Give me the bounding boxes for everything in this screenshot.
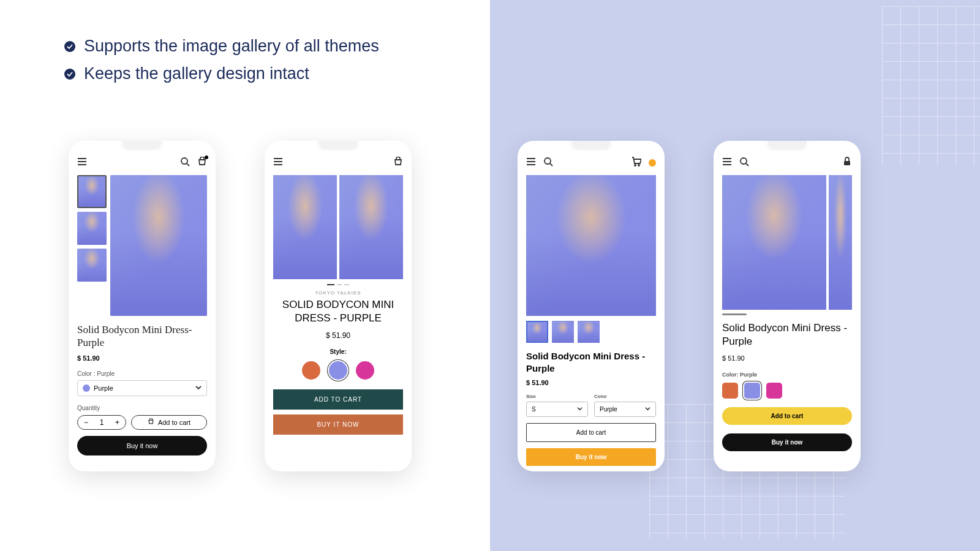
feature-list: Supports the image gallery of all themes… (0, 0, 490, 83)
image-gallery[interactable] (722, 175, 852, 310)
decorative-grid (882, 6, 980, 165)
size-select[interactable]: S (526, 402, 588, 417)
feature-text: Supports the image gallery of all themes (84, 37, 379, 56)
plus-icon[interactable]: + (115, 418, 119, 427)
product-price: $ 51.90 (273, 331, 403, 340)
phone-mockup-2: TOKYO TALKIES SOLID BODYCON MINI DRESS -… (265, 141, 412, 471)
color-label: Color: Purple (722, 372, 852, 378)
product-image[interactable] (829, 175, 852, 310)
svg-point-4 (741, 158, 747, 164)
color-select[interactable]: Purple (77, 380, 207, 396)
quantity-label: Quantity (77, 405, 207, 411)
phone-mockup-4: Solid Bodycon Mini Dress - Purple $ 51.9… (714, 141, 861, 471)
color-swatches (722, 383, 852, 399)
buy-now-button[interactable]: Buy it now (526, 448, 656, 466)
swatch-orange[interactable] (722, 383, 738, 399)
search-icon[interactable] (543, 157, 553, 169)
topbar (722, 157, 852, 169)
color-label: Color (594, 394, 656, 399)
swatch-pink[interactable] (356, 361, 374, 380)
swatch-purple[interactable] (329, 361, 347, 380)
product-image[interactable] (526, 175, 656, 316)
menu-icon[interactable] (273, 157, 283, 169)
product-title: Solid Bodycon Mini Dress- Purple (77, 323, 207, 350)
style-label: Style: (273, 348, 403, 355)
menu-icon[interactable] (722, 157, 732, 169)
lock-icon[interactable] (842, 157, 852, 169)
search-icon[interactable] (180, 157, 190, 169)
buy-now-button[interactable]: BUY IT NOW (273, 414, 403, 435)
product-image[interactable] (722, 175, 826, 310)
thumbnail[interactable] (552, 321, 574, 343)
menu-icon[interactable] (526, 157, 536, 169)
page-dot[interactable] (337, 284, 342, 285)
chevron-down-icon (577, 406, 582, 413)
page-dot[interactable] (327, 284, 334, 285)
feature-item: Supports the image gallery of all themes (64, 37, 490, 56)
thumbnail[interactable] (578, 321, 600, 343)
product-image[interactable] (110, 175, 207, 316)
phone-notch (120, 141, 164, 151)
svg-point-0 (181, 158, 187, 164)
product-image[interactable] (339, 175, 403, 279)
svg-point-2 (635, 165, 636, 166)
cart-icon[interactable] (631, 157, 641, 169)
swatch-orange[interactable] (302, 361, 320, 380)
product-price: $ 51.90 (526, 379, 656, 386)
thumbnail[interactable] (77, 249, 107, 282)
gallery-progress (722, 313, 747, 315)
phone-mockup-1: Solid Bodycon Mini Dress- Purple $ 51.90… (69, 141, 216, 471)
cart-icon[interactable] (197, 157, 207, 169)
color-swatches (273, 361, 403, 380)
product-title: Solid Bodycon Mini Dress - Purple (722, 321, 852, 348)
search-icon[interactable] (739, 157, 749, 169)
add-to-cart-button[interactable]: ADD TO CART (273, 389, 403, 410)
color-value: Purple (94, 384, 113, 392)
brand-name: TOKYO TALKIES (273, 290, 403, 296)
thumbnail[interactable] (526, 321, 548, 343)
color-label: Color : Purple (77, 370, 207, 377)
bag-icon[interactable] (393, 157, 403, 169)
swatch-pink[interactable] (766, 383, 782, 399)
left-panel: Supports the image gallery of all themes… (0, 0, 490, 551)
thumbnail[interactable] (77, 212, 107, 245)
add-to-cart-button[interactable]: Add to cart (722, 407, 852, 425)
product-title: Solid Bodycon Mini Dress - Purple (526, 350, 656, 374)
buy-now-button[interactable]: Buy it now (77, 436, 207, 455)
image-gallery[interactable] (273, 175, 403, 279)
add-to-cart-button[interactable]: Add to cart (526, 423, 656, 442)
svg-rect-5 (844, 161, 850, 165)
check-icon (64, 69, 75, 80)
thumbnail-list (77, 175, 107, 316)
menu-icon[interactable] (77, 157, 87, 169)
chevron-down-icon (645, 406, 650, 413)
topbar (273, 157, 403, 169)
product-image[interactable] (273, 175, 337, 279)
product-price: $ 51.90 (722, 354, 852, 362)
thumbnail[interactable] (77, 175, 107, 208)
product-title: SOLID BODYCON MINI DRESS - PURPLE (273, 298, 403, 325)
thumbnail-list (526, 321, 656, 343)
swatch-purple[interactable] (744, 383, 760, 399)
quantity-stepper[interactable]: − 1 + (77, 415, 126, 430)
svg-point-3 (638, 165, 639, 166)
buy-now-button[interactable]: Buy it now (722, 433, 852, 451)
gallery-pagination (273, 284, 403, 285)
user-avatar[interactable] (649, 159, 656, 167)
bag-icon (148, 418, 154, 426)
svg-point-1 (545, 158, 551, 164)
phone-mockup-3: Solid Bodycon Mini Dress - Purple $ 51.9… (518, 141, 665, 471)
phone-notch (316, 141, 360, 151)
topbar (77, 157, 207, 169)
minus-icon[interactable]: − (84, 418, 88, 427)
quantity-value: 1 (100, 418, 104, 427)
color-select[interactable]: Purple (594, 402, 656, 417)
check-icon (64, 41, 75, 52)
add-to-cart-button[interactable]: Add to cart (131, 415, 207, 430)
page-dot[interactable] (344, 284, 349, 285)
size-label: Size (526, 394, 588, 399)
chevron-down-icon (195, 384, 202, 392)
product-price: $ 51.90 (77, 354, 207, 362)
feature-text: Keeps the gallery design intact (84, 64, 309, 83)
topbar (526, 157, 656, 169)
